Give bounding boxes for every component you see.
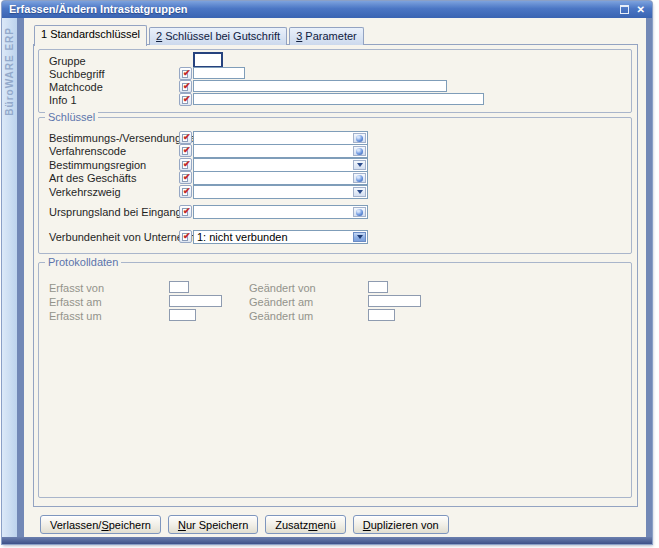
matchcode-label: Matchcode (49, 81, 103, 93)
nur-speichern-button[interactable]: Nur Speichern (168, 515, 258, 534)
gruppe-label: Gruppe (49, 55, 86, 67)
verfahrenscode-field[interactable] (193, 144, 368, 158)
suchbegriff-input[interactable] (193, 67, 245, 79)
verkehrszweig-input[interactable] (194, 186, 352, 198)
ursprungsland-field[interactable] (193, 205, 368, 219)
brand-strip: BüroWARE ERP (2, 18, 17, 537)
art-des-geschaefts-lookup-button[interactable] (353, 173, 366, 183)
verbundenheit-edit-check-button[interactable]: ✔ (179, 230, 192, 243)
check-icon: ✔ (183, 170, 191, 184)
check-icon: ✔ (183, 66, 191, 80)
ursprungsland-edit-check-button[interactable]: ✔ (179, 205, 192, 218)
verkehrszweig-edit-check-button[interactable]: ✔ (179, 185, 192, 198)
art-des-geschaefts-label: Art des Geschäfts (49, 172, 136, 184)
bestimmungsregion-dropdown-button[interactable] (353, 160, 366, 170)
verkehrszweig-dropdown-button[interactable] (353, 187, 366, 197)
field-row-verkehrszweig: Verkehrszweig ✔ (39, 185, 631, 199)
tab-standardschluessel[interactable]: 1 Standardschlüssel (34, 25, 147, 46)
bestimmungsland-lookup-button[interactable] (353, 133, 366, 143)
tab-schluessel-bei-gutschrift[interactable]: 2 Schlüssel bei Gutschrift (149, 27, 287, 45)
field-row-art-des-geschaefts: Art des Geschäfts ✔ (39, 171, 631, 185)
ursprungsland-input[interactable] (194, 206, 352, 218)
field-row-verfahrenscode: Verfahrenscode ✔ (39, 144, 631, 158)
footer-button-bar: Verlassen/Speichern Nur Speichern Zusatz… (40, 515, 449, 534)
field-row-erfasst-am: Erfasst am Geändert am (39, 295, 631, 309)
check-icon: ✔ (183, 157, 191, 171)
duplizieren-von-button[interactable]: Duplizieren von (353, 515, 449, 534)
art-des-geschaefts-input[interactable] (194, 172, 352, 184)
art-des-geschaefts-field[interactable] (193, 171, 368, 185)
check-icon: ✔ (183, 204, 191, 218)
tab-bar: 1 Standardschlüssel 2 Schlüssel bei Guts… (34, 23, 366, 45)
screenshot-root: { "window": { "title": "Erfassen/Ändern … (0, 0, 659, 548)
field-row-bestimmungsland: Bestimmungs-/Versendungsland ✔ (39, 131, 631, 145)
art-des-geschaefts-edit-check-button[interactable]: ✔ (179, 171, 192, 184)
bestimmungsregion-input[interactable] (194, 159, 352, 171)
info1-input[interactable] (193, 93, 484, 105)
verkehrszweig-field[interactable] (193, 185, 368, 199)
suchbegriff-label: Suchbegriff (49, 68, 104, 80)
erfasst-um-input (169, 309, 196, 321)
check-icon: ✔ (183, 184, 191, 198)
close-button[interactable]: ✕ (637, 4, 645, 15)
field-row-verbundenheit: Verbundenheit von Unternehmen ✔ (39, 230, 631, 244)
verbundenheit-combobox[interactable] (193, 230, 368, 244)
bestimmungsland-input[interactable] (194, 132, 352, 144)
lookup-sphere-icon (356, 209, 363, 216)
window-title: Erfassen/Ändern Intrastatgruppen (9, 3, 187, 15)
matchcode-input[interactable] (193, 80, 447, 92)
window-controls: ✕ (619, 4, 645, 15)
bestimmungsregion-label: Bestimmungsregion (49, 159, 146, 171)
restore-icon (620, 5, 629, 14)
geaendert-am-input (368, 295, 421, 307)
field-row-info1: Info 1 ✔ (39, 93, 631, 107)
check-icon: ✔ (183, 229, 191, 243)
group-schluessel-title: Schlüssel (45, 111, 98, 124)
field-row-erfasst-von: Erfasst von Geändert von (39, 281, 631, 295)
brand-logo-text: BüroWARE ERP (4, 27, 15, 116)
verfahrenscode-input[interactable] (194, 145, 352, 157)
field-row-gruppe: Gruppe (39, 54, 631, 68)
check-icon: ✔ (183, 79, 191, 93)
erfasst-um-label: Erfasst um (49, 310, 102, 322)
restore-button[interactable] (619, 4, 630, 15)
field-row-suchbegriff: Suchbegriff ✔ (39, 67, 631, 81)
chevron-down-icon (357, 163, 363, 167)
verlassen-speichern-button[interactable]: Verlassen/Speichern (40, 515, 161, 534)
verfahrenscode-edit-check-button[interactable]: ✔ (179, 144, 192, 157)
field-row-erfasst-um: Erfasst um Geändert um (39, 309, 631, 323)
group-protokolldaten-title: Protokolldaten (45, 256, 121, 269)
lookup-sphere-icon (356, 175, 363, 182)
verbundenheit-dropdown-button[interactable] (353, 232, 366, 242)
group-schluessel: Schlüssel Bestimmungs-/Versendungsland ✔… (38, 117, 632, 254)
client-area: 1 Standardschlüssel 2 Schlüssel bei Guts… (24, 18, 646, 537)
zusatzmenu-button[interactable]: Zusatzmenü (265, 515, 346, 534)
lookup-sphere-icon (356, 148, 363, 155)
verfahrenscode-lookup-button[interactable] (353, 146, 366, 156)
ursprungsland-lookup-button[interactable] (353, 207, 366, 217)
erfasst-am-label: Erfasst am (49, 296, 102, 308)
erfasst-von-input (169, 281, 189, 293)
close-icon: ✕ (637, 4, 645, 15)
window-bottom-frame (2, 537, 652, 544)
check-icon: ✔ (183, 143, 191, 157)
geaendert-am-label: Geändert am (249, 296, 313, 308)
bestimmungsland-field[interactable] (193, 131, 368, 145)
tab-parameter[interactable]: 3 Parameter (289, 27, 364, 45)
check-icon: ✔ (183, 92, 191, 106)
bestimmungsregion-field[interactable] (193, 158, 368, 172)
info1-label: Info 1 (49, 94, 77, 106)
verbundenheit-input[interactable] (194, 231, 352, 243)
info1-edit-check-button[interactable]: ✔ (179, 93, 192, 106)
gruppe-input[interactable] (193, 52, 223, 68)
verkehrszweig-label: Verkehrszweig (49, 186, 121, 198)
geaendert-um-label: Geändert um (249, 310, 313, 322)
field-row-ursprungsland: Ursprungsland bei Eingang ✔ (39, 205, 631, 219)
chevron-down-icon (357, 190, 363, 194)
app-window: Erfassen/Ändern Intrastatgruppen ✕ BüroW… (2, 1, 652, 544)
verfahrenscode-label: Verfahrenscode (49, 145, 126, 157)
titlebar: Erfassen/Ändern Intrastatgruppen ✕ (2, 1, 652, 18)
field-row-bestimmungsregion: Bestimmungsregion ✔ (39, 158, 631, 172)
group-general: Gruppe Suchbegriff ✔ Matchcode ✔ Info 1 … (38, 49, 632, 113)
chevron-down-icon (357, 235, 363, 239)
